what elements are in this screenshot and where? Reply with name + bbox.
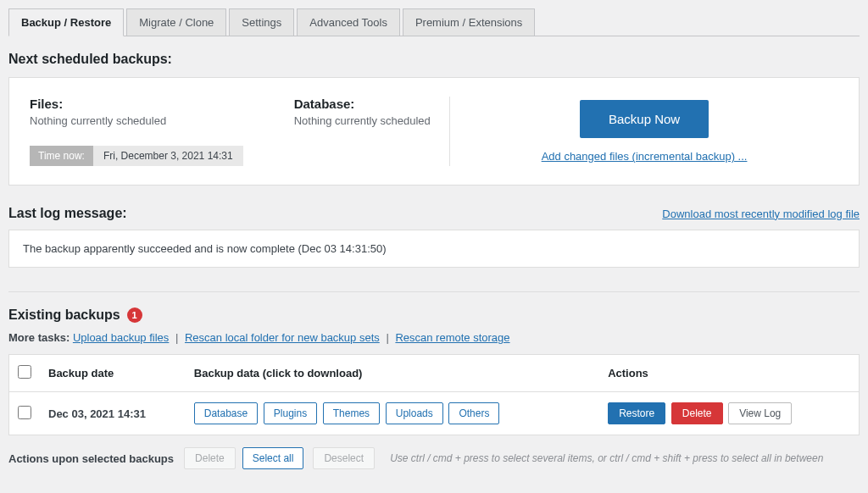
download-others-button[interactable]: Others — [448, 402, 499, 424]
download-plugins-button[interactable]: Plugins — [264, 402, 317, 424]
tab-backup-restore[interactable]: Backup / Restore — [8, 8, 124, 36]
row-actions: Restore Delete View Log — [599, 392, 859, 435]
bulk-hint: Use ctrl / cmd + press to select several… — [390, 452, 823, 464]
bulk-deselect-button[interactable]: Deselect — [313, 447, 375, 469]
delete-button[interactable]: Delete — [671, 402, 723, 424]
backups-table: Backup date Backup data (click to downlo… — [8, 354, 860, 435]
timenow-value: Fri, December 3, 2021 14:31 — [93, 146, 243, 166]
tab-settings[interactable]: Settings — [229, 8, 294, 36]
restore-button[interactable]: Restore — [608, 402, 665, 424]
download-database-button[interactable]: Database — [194, 402, 258, 424]
existing-heading: Existing backups — [8, 307, 120, 323]
scheduled-heading: Next scheduled backups: — [8, 52, 860, 67]
more-tasks: More tasks: Upload backup files | Rescan… — [8, 331, 860, 344]
files-value: Nothing currently scheduled — [30, 114, 243, 127]
incremental-backup-link[interactable]: Add changed files (incremental backup) .… — [542, 150, 748, 163]
tabs: Backup / Restore Migrate / Clone Setting… — [8, 8, 860, 36]
upload-backup-link[interactable]: Upload backup files — [73, 331, 169, 344]
row-date: Dec 03, 2021 14:31 — [40, 392, 186, 435]
col-actions: Actions — [599, 355, 859, 392]
existing-count-badge: 1 — [127, 307, 142, 323]
backup-now-button[interactable]: Backup Now — [580, 100, 709, 138]
table-row: Dec 03, 2021 14:31 Database Plugins Them… — [9, 392, 860, 435]
bulk-actions: Actions upon selected backups Delete Sel… — [8, 447, 860, 469]
tab-premium-extensions[interactable]: Premium / Extensions — [403, 8, 535, 36]
tab-migrate-clone[interactable]: Migrate / Clone — [126, 8, 226, 36]
download-log-link[interactable]: Download most recently modified log file — [662, 208, 860, 220]
select-all-checkbox[interactable] — [18, 365, 31, 379]
bulk-label: Actions upon selected backups — [8, 452, 174, 465]
rescan-remote-link[interactable]: Rescan remote storage — [395, 331, 509, 344]
view-log-button[interactable]: View Log — [728, 402, 792, 424]
row-checkbox[interactable] — [18, 406, 31, 419]
row-data-buttons: Database Plugins Themes Uploads Others — [186, 392, 599, 435]
log-message: The backup apparently succeeded and is n… — [8, 230, 860, 268]
bulk-delete-button[interactable]: Delete — [184, 447, 236, 469]
download-themes-button[interactable]: Themes — [323, 402, 380, 424]
rescan-local-link[interactable]: Rescan local folder for new backup sets — [185, 331, 380, 344]
bulk-select-all-button[interactable]: Select all — [242, 447, 304, 469]
tab-advanced-tools[interactable]: Advanced Tools — [297, 8, 400, 36]
database-label: Database: — [294, 97, 431, 111]
database-value: Nothing currently scheduled — [294, 114, 431, 127]
scheduled-panel: Files: Nothing currently scheduled Time … — [8, 77, 860, 186]
timenow-label: Time now: — [30, 146, 93, 166]
files-label: Files: — [30, 97, 243, 111]
col-backup-data: Backup data (click to download) — [186, 355, 599, 392]
download-uploads-button[interactable]: Uploads — [386, 402, 443, 424]
log-heading: Last log message: — [8, 206, 127, 221]
col-backup-date: Backup date — [40, 355, 186, 392]
